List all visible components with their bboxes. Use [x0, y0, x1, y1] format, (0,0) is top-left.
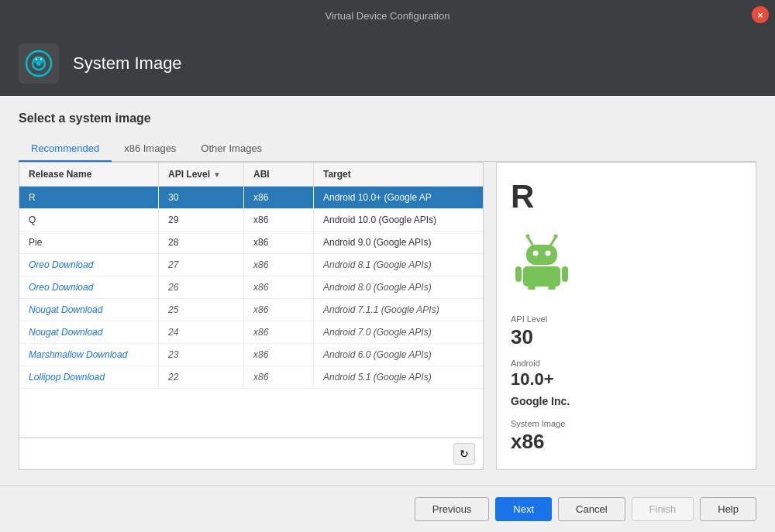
cell-abi: x86 [244, 321, 314, 343]
android-label: Android [511, 359, 742, 368]
cell-api-level: 27 [159, 254, 244, 276]
cell-release-name: Nougat Download [19, 321, 159, 343]
svg-rect-14 [515, 266, 522, 282]
cell-abi: x86 [244, 209, 314, 231]
svg-point-4 [36, 58, 37, 60]
cell-api-level: 22 [159, 366, 244, 388]
cell-target: Android 7.1.1 (Google APIs) [314, 299, 483, 321]
table-row[interactable]: Lollipop Download 22 x86 Android 5.1 (Go… [19, 366, 483, 389]
tab-recommended[interactable]: Recommended [19, 136, 112, 162]
cell-target: Android 6.0 (Google APIs) [314, 344, 483, 366]
api-level-value: 30 [511, 325, 742, 349]
section-title: Select a system image [19, 112, 756, 125]
cell-abi: x86 [244, 366, 314, 388]
col-target: Target [314, 163, 483, 186]
info-panel: R [496, 162, 756, 470]
cell-target: Android 5.1 (Google APIs) [314, 366, 483, 388]
cell-api-level: 29 [159, 209, 244, 231]
info-initial: R [511, 178, 742, 215]
table-row[interactable]: Q 29 x86 Android 10.0 (Google APIs) [19, 209, 483, 232]
svg-line-8 [551, 237, 556, 245]
title-bar: Virtual Device Configuration × [0, 0, 775, 31]
close-button[interactable]: × [752, 6, 769, 23]
cell-release-name: R [19, 187, 159, 208]
cell-target: Android 10.0+ (Google AP [314, 187, 483, 208]
tab-x86-images[interactable]: x86 Images [112, 136, 188, 162]
table-header: Release Name API Level ▼ ABI Target [19, 163, 483, 187]
table-body: R 30 x86 Android 10.0+ (Google AP Q 29 x… [19, 187, 483, 438]
title-bar-title: Virtual Device Configuration [326, 10, 450, 22]
cell-target: Android 9.0 (Google APIs) [314, 232, 483, 253]
table-row[interactable]: Nougat Download 24 x86 Android 7.0 (Goog… [19, 321, 483, 344]
table-row[interactable]: Pie 28 x86 Android 9.0 (Google APIs) [19, 232, 483, 254]
recommend-text: We recommend these images because they r… [511, 466, 742, 470]
cell-api-level: 30 [159, 187, 244, 208]
main-content: Select a system image Recommended x86 Im… [0, 96, 775, 486]
svg-rect-3 [34, 57, 43, 63]
system-image-label: System Image [511, 419, 742, 428]
cell-abi: x86 [244, 276, 314, 298]
svg-point-9 [554, 235, 558, 239]
table-footer: ↻ [19, 438, 483, 469]
svg-point-7 [526, 235, 530, 239]
cell-api-level: 28 [159, 232, 244, 253]
cell-release-name: Q [19, 209, 159, 231]
api-level-label: API Level [511, 314, 742, 324]
cell-target: Android 8.1 (Google APIs) [314, 254, 483, 276]
tab-other-images[interactable]: Other Images [188, 136, 274, 162]
help-button[interactable]: Help [700, 497, 756, 521]
col-release-name: Release Name [19, 163, 159, 186]
android-robot-icon [511, 228, 573, 290]
finish-button[interactable]: Finish [632, 497, 694, 521]
cell-api-level: 23 [159, 344, 244, 366]
table-row[interactable]: Marshmallow Download 23 x86 Android 6.0 … [19, 344, 483, 366]
svg-rect-17 [548, 287, 556, 290]
cell-target: Android 8.0 (Google APIs) [314, 276, 483, 298]
cell-target: Android 10.0 (Google APIs) [314, 209, 483, 231]
cell-abi: x86 [244, 187, 314, 208]
table-row[interactable]: Nougat Download 25 x86 Android 7.1.1 (Go… [19, 299, 483, 321]
system-image-value: x86 [511, 430, 742, 454]
table-row[interactable]: R 30 x86 Android 10.0+ (Google AP [19, 187, 483, 209]
previous-button[interactable]: Previous [415, 497, 490, 521]
header-icon [19, 43, 59, 84]
tab-bar: Recommended x86 Images Other Images [19, 136, 756, 162]
cell-abi: x86 [244, 299, 314, 321]
android-version-value: 10.0+ Google Inc. [511, 369, 742, 410]
cell-api-level: 24 [159, 321, 244, 343]
cell-release-name: Pie [19, 232, 159, 253]
svg-point-12 [546, 251, 551, 256]
refresh-button[interactable]: ↻ [453, 443, 475, 465]
svg-rect-16 [528, 287, 536, 290]
header: System Image [0, 31, 775, 96]
cell-release-name: Oreo Download [19, 276, 159, 298]
android-studio-icon [24, 49, 53, 78]
cell-api-level: 26 [159, 276, 244, 298]
cell-release-name: Lollipop Download [19, 366, 159, 388]
next-button[interactable]: Next [495, 497, 552, 521]
sort-icon: ▼ [213, 170, 221, 179]
cell-target: Android 7.0 (Google APIs) [314, 321, 483, 343]
table-row[interactable]: Oreo Download 26 x86 Android 8.0 (Google… [19, 276, 483, 299]
cell-release-name: Oreo Download [19, 254, 159, 276]
col-api-level[interactable]: API Level ▼ [159, 163, 244, 186]
cell-release-name: Marshmallow Download [19, 344, 159, 366]
svg-rect-15 [562, 266, 568, 282]
footer: Previous Next Cancel Finish Help [0, 486, 775, 532]
svg-point-11 [533, 251, 539, 256]
table-row[interactable]: Oreo Download 27 x86 Android 8.1 (Google… [19, 254, 483, 276]
cell-release-name: Nougat Download [19, 299, 159, 321]
content-area: Release Name API Level ▼ ABI Target R 30 [19, 162, 756, 470]
svg-point-5 [40, 58, 42, 60]
svg-line-6 [528, 237, 532, 245]
cancel-button[interactable]: Cancel [558, 497, 625, 521]
svg-rect-13 [523, 266, 560, 287]
cell-abi: x86 [244, 344, 314, 366]
col-abi: ABI [244, 163, 314, 186]
cell-abi: x86 [244, 254, 314, 276]
svg-rect-10 [526, 245, 557, 265]
cell-api-level: 25 [159, 299, 244, 321]
system-image-table: Release Name API Level ▼ ABI Target R 30 [19, 162, 484, 470]
cell-abi: x86 [244, 232, 314, 253]
page-title: System Image [73, 53, 182, 74]
